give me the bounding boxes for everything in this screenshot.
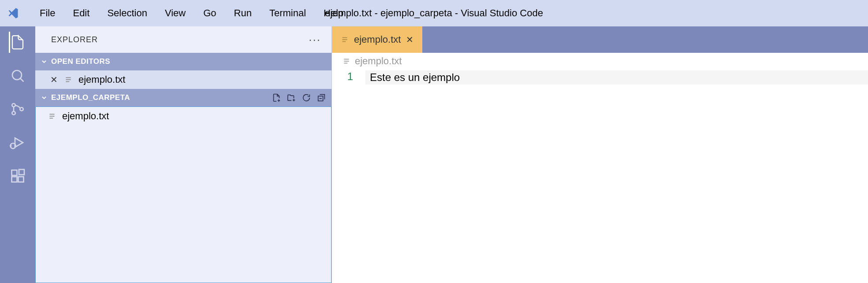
svg-point-2: [12, 103, 15, 107]
file-list: ejemplo.txt: [35, 107, 332, 283]
more-actions-icon[interactable]: ···: [309, 33, 321, 47]
new-file-icon[interactable]: [272, 93, 281, 103]
tab-bar: ejemplo.txt ✕: [332, 26, 868, 53]
menu-bar: File Edit Selection View Go Run Terminal…: [33, 5, 350, 22]
menu-go[interactable]: Go: [196, 5, 223, 22]
menu-view[interactable]: View: [158, 5, 193, 22]
titlebar: File Edit Selection View Go Run Terminal…: [0, 0, 868, 26]
open-editor-item[interactable]: ✕ ejemplo.txt: [35, 70, 332, 89]
menu-file[interactable]: File: [33, 5, 62, 22]
editor-area: ejemplo.txt ✕ ejemplo.txt 1 Este es un e…: [332, 26, 868, 283]
folder-name-label: EJEMPLO_CARPETA: [51, 93, 130, 102]
editor-tab[interactable]: ejemplo.txt ✕: [332, 26, 422, 53]
open-editors-header[interactable]: OPEN EDITORS: [35, 53, 332, 70]
svg-point-3: [12, 111, 15, 115]
close-icon[interactable]: ✕: [406, 34, 414, 45]
collapse-all-icon[interactable]: [317, 93, 326, 103]
svg-rect-10: [12, 170, 17, 176]
svg-rect-11: [12, 177, 17, 182]
open-editors-label: OPEN EDITORS: [51, 57, 110, 66]
close-icon[interactable]: ✕: [49, 74, 58, 85]
menu-terminal[interactable]: Terminal: [262, 5, 313, 22]
sidebar-title: EXPLORER: [51, 35, 98, 44]
folder-header[interactable]: EJEMPLO_CARPETA: [35, 89, 332, 107]
tab-filename: ejemplo.txt: [354, 34, 401, 45]
new-folder-icon[interactable]: [287, 93, 296, 103]
chevron-down-icon: [41, 58, 48, 65]
sidebar-header: EXPLORER ···: [35, 26, 332, 53]
svg-point-0: [12, 70, 22, 80]
folder-actions: [272, 93, 326, 103]
svg-rect-13: [19, 169, 24, 175]
activity-bar: [0, 26, 35, 283]
file-tree-filename: ejemplo.txt: [62, 110, 109, 122]
explorer-activity-icon[interactable]: [9, 33, 26, 51]
refresh-icon[interactable]: [302, 93, 311, 103]
debug-activity-icon[interactable]: [9, 134, 26, 151]
breadcrumb[interactable]: ejemplo.txt: [332, 53, 868, 70]
search-activity-icon[interactable]: [9, 67, 26, 85]
chevron-down-icon: [41, 94, 48, 101]
file-tree-item[interactable]: ejemplo.txt: [36, 107, 331, 125]
extensions-activity-icon[interactable]: [9, 167, 26, 185]
source-control-activity-icon[interactable]: [9, 100, 26, 118]
menu-run[interactable]: Run: [227, 5, 259, 22]
svg-line-1: [20, 78, 24, 82]
file-icon: [48, 112, 56, 120]
code-lines[interactable]: Este es un ejemplo: [365, 70, 868, 283]
svg-rect-12: [19, 177, 24, 182]
vscode-logo-icon: [7, 7, 19, 19]
open-editor-filename: ejemplo.txt: [78, 74, 125, 85]
editor-content[interactable]: 1 Este es un ejemplo: [332, 70, 868, 283]
line-numbers: 1: [332, 70, 365, 283]
sidebar: EXPLORER ··· OPEN EDITORS ✕ ejemplo.txt …: [35, 26, 332, 283]
code-line[interactable]: Este es un ejemplo: [365, 70, 868, 85]
window-title: ejemplo.txt - ejemplo_carpeta - Visual S…: [325, 7, 543, 19]
main-container: EXPLORER ··· OPEN EDITORS ✕ ejemplo.txt …: [0, 26, 868, 283]
file-icon: [343, 57, 350, 65]
menu-edit[interactable]: Edit: [66, 5, 97, 22]
file-icon: [64, 76, 72, 84]
menu-selection[interactable]: Selection: [100, 5, 154, 22]
file-icon: [341, 36, 349, 44]
breadcrumb-filename: ejemplo.txt: [355, 55, 402, 67]
line-number: 1: [332, 70, 353, 83]
